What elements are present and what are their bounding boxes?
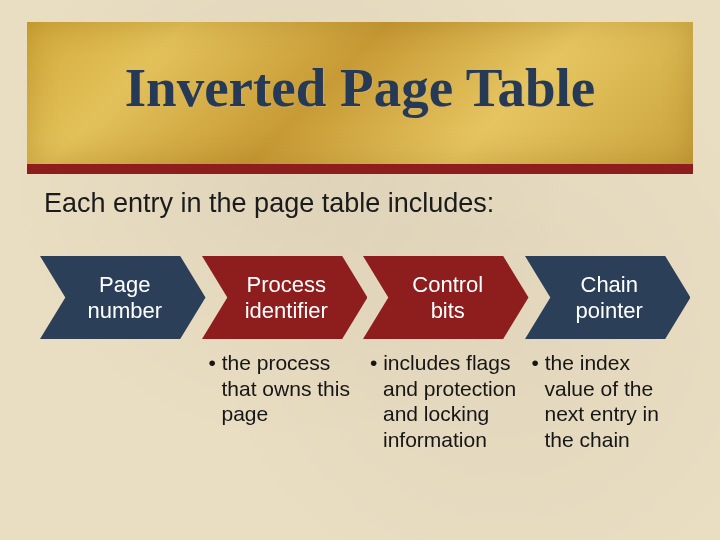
chevron-control-bits: Control bits xyxy=(363,256,529,339)
chevron-chain-pointer: Chain pointer xyxy=(525,256,691,339)
title-band: Inverted Page Table xyxy=(27,22,693,174)
chevron-process-identifier: Process identifier xyxy=(202,256,368,339)
descriptions-row: • the process that owns this page • incl… xyxy=(40,350,686,452)
slide: Inverted Page Table Each entry in the pa… xyxy=(0,0,720,540)
chevron-label: Process identifier xyxy=(202,272,368,323)
chevron-row: Page number Process identifier Control b… xyxy=(40,256,686,339)
desc-process-identifier: • the process that owns this page xyxy=(218,350,364,452)
slide-subhead: Each entry in the page table includes: xyxy=(44,188,494,219)
slide-title: Inverted Page Table xyxy=(27,56,693,119)
desc-page-number xyxy=(56,350,202,452)
desc-control-bits: • includes flags and protection and lock… xyxy=(379,350,525,452)
desc-chain-pointer: • the index value of the next entry in t… xyxy=(541,350,687,452)
chevron-label: Page number xyxy=(40,272,206,323)
chevron-label: Chain pointer xyxy=(525,272,691,323)
chevron-page-number: Page number xyxy=(40,256,206,339)
chevron-label: Control bits xyxy=(363,272,529,323)
